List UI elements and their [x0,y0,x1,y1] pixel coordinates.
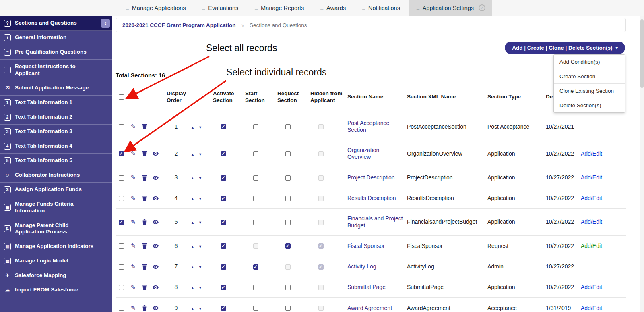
dropdown-menu-item[interactable]: Add Condition(s) [554,55,625,69]
request-section-checkbox[interactable] [285,220,291,225]
edit-icon[interactable]: ✎ [128,263,138,270]
row-select-checkbox[interactable] [119,196,124,201]
staff-section-checkbox[interactable] [253,306,258,311]
edit-icon[interactable]: ✎ [128,284,138,291]
request-section-checkbox[interactable] [285,285,291,290]
sidebar-item[interactable]: ≡Request Instructions to Applicant [0,60,112,81]
add-create-clone-delete-button[interactable]: Add | Create | Clone | Delete Section(s)… [505,42,625,54]
preview-icon[interactable] [151,263,161,270]
sidebar-item[interactable]: ⇅Manage Parent Child Application Process [0,218,112,240]
activate-section-checkbox[interactable] [221,306,226,311]
row-select-checkbox[interactable] [119,151,124,156]
row-select-checkbox[interactable] [119,124,124,129]
activate-section-checkbox[interactable] [221,151,226,156]
section-name-link[interactable]: Results Description [347,195,396,201]
edit-icon[interactable]: ✎ [128,174,138,181]
delete-icon[interactable] [140,218,149,226]
edit-icon[interactable]: ✎ [128,242,138,250]
section-name-link[interactable]: Financials and Project Budget [347,215,403,229]
sidebar-item[interactable]: 4Text Tab Information 4 [0,139,112,154]
move-down-icon[interactable]: ▼ [196,197,204,201]
activate-section-checkbox[interactable] [221,175,226,181]
nav-item[interactable]: ≡Awards [313,0,353,16]
sidebar-item[interactable]: 2Text Tab Information 2 [0,110,112,125]
nav-item[interactable]: ≡Application Settings✓ [409,0,492,16]
sidebar-item[interactable]: 1Text Tab Information 1 [0,96,112,110]
add-edit-link[interactable]: Add/Edit [581,284,602,290]
request-section-checkbox[interactable] [285,243,291,249]
move-up-icon[interactable]: ▲ [189,265,196,269]
nav-item[interactable]: ≡Notifications [355,0,407,16]
add-edit-link[interactable]: Add/Edit [581,305,602,311]
delete-icon[interactable] [140,123,149,130]
section-name-link[interactable]: Project Description [347,174,395,181]
move-up-icon[interactable]: ▲ [189,197,196,201]
hidden-from-applicant-checkbox[interactable] [318,264,324,270]
edit-icon[interactable]: ✎ [128,150,138,157]
delete-icon[interactable] [140,284,149,291]
move-up-icon[interactable]: ▲ [189,176,196,180]
sidebar-item[interactable]: ✈Salesforce Mapping [0,268,112,283]
dropdown-menu-item[interactable]: Delete Section(s) [554,98,625,112]
sidebar-item[interactable]: ☁Import FROM Salesforce [0,283,112,297]
edit-icon[interactable]: ✎ [128,123,138,130]
section-name-link[interactable]: Organization Overview [347,147,379,160]
scrollbar-thumb[interactable] [640,19,644,88]
preview-icon[interactable] [151,150,161,157]
sidebar-item[interactable]: ▥Manage Application Indicators [0,239,112,254]
move-down-icon[interactable]: ▼ [196,220,204,225]
staff-section-checkbox[interactable] [253,151,258,156]
row-select-checkbox[interactable] [119,243,124,249]
staff-section-checkbox[interactable] [253,243,258,249]
move-down-icon[interactable]: ▼ [196,176,204,180]
delete-icon[interactable] [140,174,149,181]
sidebar-item[interactable]: ▦Manage Funds Criteria Information [0,197,112,218]
sidebar-item[interactable]: ☺Collaborator Instructions [0,168,112,183]
nav-item[interactable]: ≡Manage Applications [119,0,193,16]
staff-section-checkbox[interactable] [253,175,258,181]
move-down-icon[interactable]: ▼ [196,125,204,129]
hidden-from-applicant-checkbox[interactable] [318,220,324,225]
move-up-icon[interactable]: ▲ [189,220,196,225]
hidden-from-applicant-checkbox[interactable] [318,124,324,129]
add-edit-link[interactable]: Add/Edit [581,174,602,181]
request-section-checkbox[interactable] [285,306,291,311]
dropdown-menu-item[interactable]: Create Section [554,69,625,83]
sidebar-item[interactable]: ▦Manage Logic Model [0,254,112,268]
dropdown-menu-item[interactable]: Clone Existing Section [554,83,625,98]
hidden-from-applicant-checkbox[interactable] [318,151,324,156]
section-name-link[interactable]: Submittal Page [347,284,386,290]
move-up-icon[interactable]: ▲ [189,286,196,290]
edit-icon[interactable]: ✎ [128,218,138,226]
move-down-icon[interactable]: ▼ [196,265,204,269]
preview-icon[interactable] [151,284,161,291]
add-edit-link[interactable]: Add/Edit [581,150,602,157]
move-down-icon[interactable]: ▼ [196,152,204,156]
preview-icon[interactable] [151,242,161,250]
add-edit-link[interactable]: Add/Edit [581,243,602,249]
sidebar-item[interactable]: $Assign Application Funds [0,183,112,197]
section-name-link[interactable]: Activity Log [347,263,376,270]
hidden-from-applicant-checkbox[interactable] [318,175,324,181]
edit-icon[interactable]: ✎ [128,195,138,202]
move-up-icon[interactable]: ▲ [189,245,196,249]
nav-item[interactable]: ≡Manage Reports [248,0,311,16]
activate-section-checkbox[interactable] [221,285,226,290]
sidebar-item[interactable]: ≡Pre-Qualification Questions [0,45,112,60]
request-section-checkbox[interactable] [285,151,291,156]
row-select-checkbox[interactable] [119,285,124,290]
select-all-checkbox[interactable] [119,94,124,100]
activate-section-checkbox[interactable] [221,124,226,129]
hidden-from-applicant-checkbox[interactable] [318,243,324,249]
activate-section-checkbox[interactable] [221,243,226,249]
section-name-link[interactable]: Fiscal Sponsor [347,243,385,249]
hidden-from-applicant-checkbox[interactable] [318,285,324,290]
request-section-checkbox[interactable] [285,175,291,181]
add-edit-link[interactable]: Add/Edit [581,195,602,201]
sidebar-item[interactable]: 5Text Tab Information 5 [0,154,112,168]
move-down-icon[interactable]: ▼ [196,245,204,249]
move-down-icon[interactable]: ▼ [196,307,204,311]
sidebar-item[interactable]: ✉Submit Application Message [0,81,112,96]
staff-section-checkbox[interactable] [253,220,258,225]
row-select-checkbox[interactable] [119,264,124,270]
